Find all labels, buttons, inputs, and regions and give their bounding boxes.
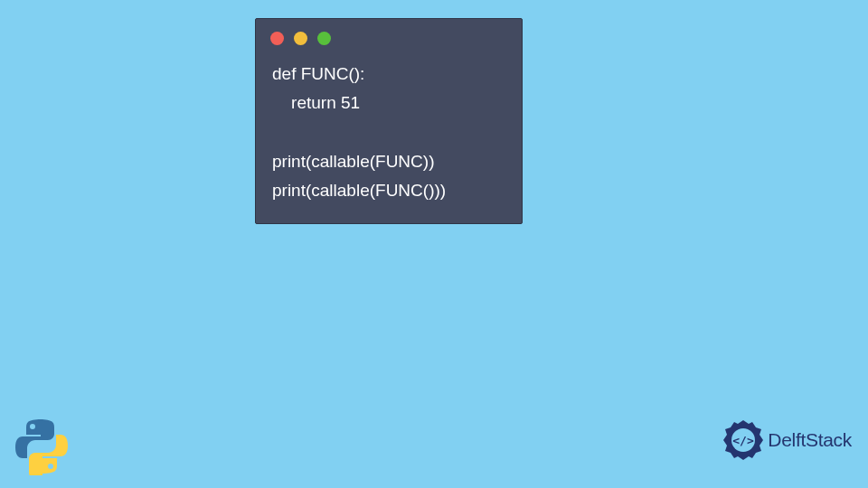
python-logo-icon [13,418,71,475]
code-window: def FUNC(): return 51 print(callable(FUN… [255,18,523,224]
close-dot-icon [270,32,284,45]
delftstack-logo: </> DelftStack [721,418,852,463]
maximize-dot-icon [317,32,331,45]
svg-text:</>: </> [733,434,755,447]
code-content: def FUNC(): return 51 print(callable(FUN… [256,54,522,223]
minimize-dot-icon [294,32,307,45]
brand-name: DelftStack [768,429,852,451]
traffic-lights [256,19,522,54]
delftstack-badge-icon: </> [721,418,766,463]
